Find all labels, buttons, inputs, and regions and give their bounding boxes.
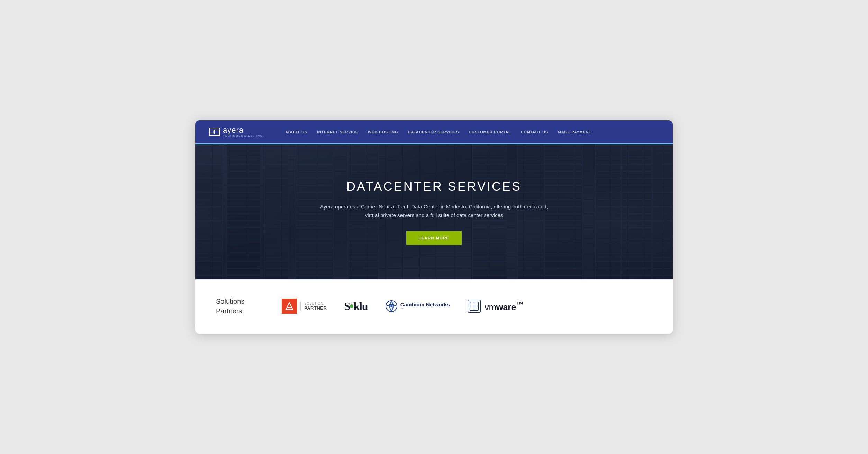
- hero-content: DATACENTER SERVICES Ayera operates a Car…: [313, 179, 555, 245]
- learn-more-button[interactable]: LEARN MORE: [406, 231, 462, 245]
- adobe-solution-text: Solution: [304, 302, 327, 305]
- partners-section: SolutionsPartners Solution PARTNER Sklu: [195, 279, 673, 334]
- hero-section: DATACENTER SERVICES Ayera operates a Car…: [195, 144, 673, 279]
- cambium-logo: Cambium Networks ™: [385, 300, 450, 312]
- partners-logos: Solution PARTNER Sklu: [282, 299, 652, 314]
- partners-label: SolutionsPartners: [216, 296, 261, 316]
- cambium-icon: [385, 300, 398, 312]
- svg-rect-0: [210, 131, 214, 133]
- adobe-partner-logo: Solution PARTNER: [282, 299, 327, 314]
- cambium-trademark: ™: [400, 308, 450, 311]
- hero-title: DATACENTER SERVICES: [320, 179, 548, 194]
- cambium-text-area: Cambium Networks ™: [400, 302, 450, 311]
- siklu-text-rest: klu: [353, 300, 368, 312]
- adobe-partner-text: PARTNER: [304, 305, 327, 311]
- logo[interactable]: ayera TECHNOLOGIES, INC.: [209, 126, 264, 137]
- hero-subtitle: Ayera operates a Carrier-Neutral Tier II…: [320, 202, 548, 220]
- navbar: ayera TECHNOLOGIES, INC. ABOUT US INTERN…: [195, 120, 673, 144]
- siklu-dot-icon: [350, 304, 353, 308]
- nav-web-hosting[interactable]: WEB HOSTING: [368, 130, 398, 134]
- nav-internet-service[interactable]: INTERNET SERVICE: [317, 130, 358, 134]
- vmware-text: vmware™: [485, 300, 523, 313]
- logo-icon: [209, 128, 220, 136]
- nav-links: ABOUT US INTERNET SERVICE WEB HOSTING DA…: [285, 130, 659, 134]
- nav-make-payment[interactable]: MAKE PAYMENT: [558, 130, 591, 134]
- nav-datacenter-services[interactable]: DATACENTER SERVICES: [408, 130, 459, 134]
- adobe-a-icon: [282, 299, 297, 314]
- logo-text: ayera TECHNOLOGIES, INC.: [223, 126, 264, 137]
- svg-point-4: [390, 305, 392, 307]
- nav-contact-us[interactable]: CONTACT US: [521, 130, 548, 134]
- vmware-icon: [467, 299, 481, 313]
- logo-name: ayera: [223, 126, 264, 134]
- vmware-logo: vmware™: [467, 299, 523, 313]
- siklu-text-s: S: [344, 300, 350, 312]
- cambium-name: Cambium Networks: [400, 302, 450, 308]
- adobe-text: Solution PARTNER: [300, 302, 327, 311]
- browser-window: ayera TECHNOLOGIES, INC. ABOUT US INTERN…: [195, 120, 673, 334]
- nav-customer-portal[interactable]: CUSTOMER PORTAL: [469, 130, 511, 134]
- svg-marker-1: [286, 303, 293, 310]
- logo-tagline: TECHNOLOGIES, INC.: [223, 134, 264, 137]
- siklu-logo: Sklu: [344, 300, 368, 313]
- nav-about-us[interactable]: ABOUT US: [285, 130, 307, 134]
